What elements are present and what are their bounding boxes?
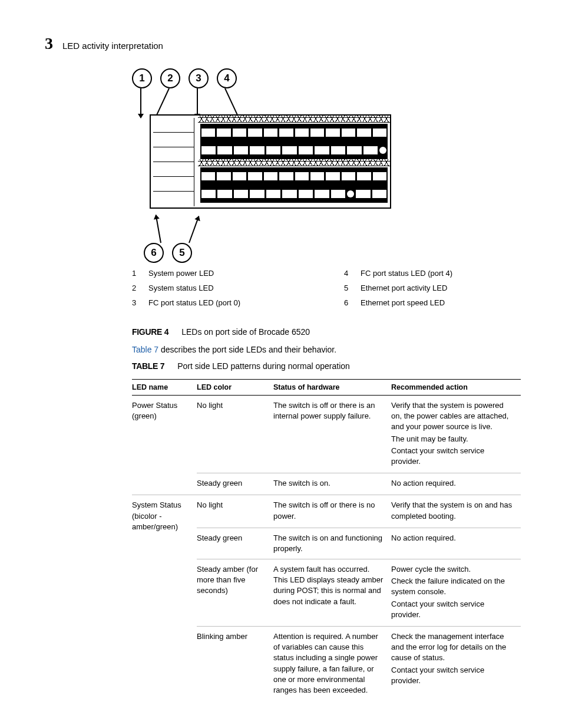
cell-led-color: No light <box>197 495 273 528</box>
figure-label: FIGURE 4 <box>132 327 168 337</box>
section-title: LED activity interpretation <box>62 41 163 51</box>
cell-hardware-status: A system fault has occurred. This LED di… <box>273 559 391 627</box>
legend-item: 1System power LED <box>132 269 309 278</box>
table-caption: TABLE 7Port side LED patterns during nor… <box>132 361 521 371</box>
legend-right: 4FC port status LED (port 4) 5Ethernet p… <box>344 269 521 313</box>
cell-led-name: Power Status (green) <box>132 396 197 495</box>
th-rec: Recommended action <box>391 380 521 396</box>
legend-text: Ethernet port activity LED <box>361 284 447 292</box>
callout-3: 3 <box>189 68 209 88</box>
cell-recommended-action: Verify that the system is on and has com… <box>391 495 521 528</box>
cell-hardware-status: The switch is off or there is no power. <box>273 495 391 528</box>
table-row: System Status (bicolor - amber/green)No … <box>132 495 521 528</box>
cell-recommended-action: No action required. <box>391 528 521 559</box>
legend-item: 4FC port status LED (port 4) <box>344 269 521 278</box>
chapter-number: 3 <box>45 34 53 53</box>
legend-text: Ethernet port speed LED <box>361 298 445 307</box>
table-row: Power Status (green)No lightThe switch i… <box>132 396 521 473</box>
legend: 1System power LED 2System status LED 3FC… <box>132 269 521 313</box>
callouts-top: 1 2 3 4 <box>132 68 237 88</box>
legend-num: 5 <box>344 284 351 292</box>
legend-num: 3 <box>132 298 139 307</box>
page: 3 LED activity interpretation 1 2 3 4 <box>0 0 562 728</box>
arrow-6 <box>156 215 161 243</box>
cell-hardware-status: The switch is off or there is an interna… <box>273 396 391 473</box>
callouts-bottom: 6 5 <box>144 243 192 263</box>
led-table: LED name LED color Status of hardware Re… <box>132 379 521 700</box>
cell-led-color: Steady green <box>197 473 273 495</box>
legend-item: 2System status LED <box>132 284 309 292</box>
page-header: 3 LED activity interpretation <box>45 34 527 53</box>
legend-num: 1 <box>132 269 139 278</box>
table-label: TABLE 7 <box>132 361 164 371</box>
cell-hardware-status: Attention is required. A number of varia… <box>273 627 391 701</box>
cell-led-color: No light <box>197 396 273 473</box>
th-hw: Status of hardware <box>273 380 391 396</box>
cell-hardware-status: The switch is on and functioning properl… <box>273 528 391 559</box>
legend-text: FC port status LED (port 4) <box>361 269 452 278</box>
rec-line: Contact your switch service provider. <box>391 599 515 620</box>
cell-led-name: System Status (bicolor - amber/green) <box>132 495 197 700</box>
content-area: 1 2 3 4 <box>132 68 521 700</box>
th-color: LED color <box>197 380 273 396</box>
legend-item: 6Ethernet port speed LED <box>344 298 521 307</box>
cell-hardware-status: The switch is on. <box>273 473 391 495</box>
rec-line: Contact your switch service provider. <box>391 665 515 686</box>
rec-line: Verify that the system is on and has com… <box>391 500 515 521</box>
cell-led-color: Steady green <box>197 528 273 559</box>
legend-num: 6 <box>344 298 351 307</box>
arrow-3 <box>197 88 198 118</box>
device-illustration <box>150 114 391 209</box>
legend-num: 2 <box>132 284 139 292</box>
cell-recommended-action: Verify that the system is powered on, th… <box>391 396 521 473</box>
rec-line: Contact your switch service provider. <box>391 446 515 467</box>
rec-line: Verify that the system is powered on, th… <box>391 400 515 433</box>
arrow-1 <box>140 88 141 118</box>
intro-rest: describes the port side LEDs and their b… <box>158 345 336 354</box>
arrow-5 <box>189 216 199 243</box>
table-link[interactable]: Table 7 <box>132 345 158 354</box>
rec-line: Check the management interface and the e… <box>391 631 515 664</box>
rec-line: Power cycle the switch. <box>391 564 515 575</box>
cell-led-color: Steady amber (for more than five seconds… <box>197 559 273 627</box>
legend-num: 4 <box>344 269 351 278</box>
legend-left: 1System power LED 2System status LED 3FC… <box>132 269 309 313</box>
table-caption-text: Port side LED patterns during normal ope… <box>177 361 350 371</box>
cell-recommended-action: No action required. <box>391 473 521 495</box>
th-name: LED name <box>132 380 197 396</box>
cell-led-color: Blinking amber <box>197 627 273 701</box>
diagram: 1 2 3 4 <box>132 68 521 263</box>
callout-4: 4 <box>217 68 237 88</box>
legend-item: 3FC port status LED (port 0) <box>132 298 309 307</box>
legend-text: System status LED <box>148 284 214 292</box>
legend-item: 5Ethernet port activity LED <box>344 284 521 292</box>
rec-line: No action required. <box>391 533 515 543</box>
rec-line: Check the failure indicated on the syste… <box>391 576 515 597</box>
rec-line: The unit may be faulty. <box>391 434 515 444</box>
callout-2: 2 <box>160 68 180 88</box>
callout-5: 5 <box>172 243 192 263</box>
intro-paragraph: Table 7 describes the port side LEDs and… <box>132 345 521 354</box>
callout-6: 6 <box>144 243 164 263</box>
callout-1: 1 <box>132 68 152 88</box>
legend-text: System power LED <box>148 269 214 278</box>
figure-caption-text: LEDs on port side of Brocade 6520 <box>181 327 310 337</box>
cell-recommended-action: Check the management interface and the e… <box>391 627 521 701</box>
legend-text: FC port status LED (port 0) <box>148 298 240 307</box>
figure-caption: FIGURE 4LEDs on port side of Brocade 652… <box>132 327 521 337</box>
rec-line: No action required. <box>391 478 515 489</box>
cell-recommended-action: Power cycle the switch.Check the failure… <box>391 559 521 627</box>
